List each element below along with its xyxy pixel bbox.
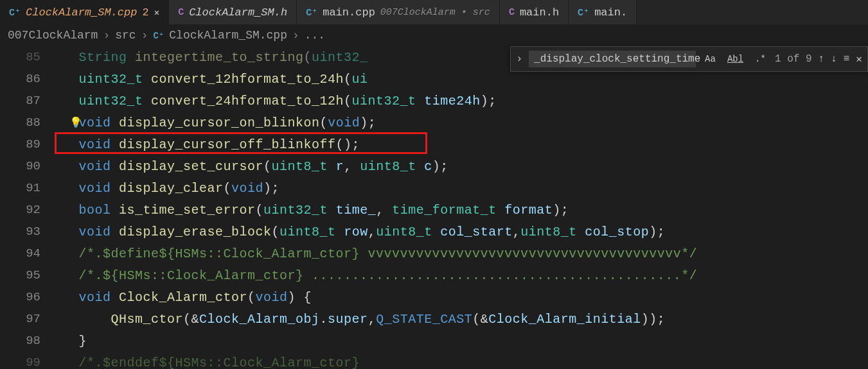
code-content[interactable]: /*.$enddef${HSMs::Clock_Alarm_ctor} <box>55 356 368 370</box>
tab-filename: main.h <box>520 6 559 19</box>
tab[interactable]: C⁺main.cpp007ClockAlarm • src <box>297 0 500 24</box>
breadcrumb: 007ClockAlarm›src›C⁺ClockAlarm_SM.cpp›..… <box>0 24 868 46</box>
tab-filename: main. <box>594 6 627 19</box>
code-line[interactable]: 96 void Clock_Alarm_ctor(void) { <box>0 286 868 308</box>
tab-description: 007ClockAlarm • src <box>380 7 490 18</box>
breadcrumb-segment[interactable]: ... <box>305 29 325 42</box>
code-content[interactable]: bool is_time_set_error(uint32_t time_, t… <box>55 203 569 218</box>
code-content[interactable]: String integertime_to_string(uint32_ <box>55 50 368 65</box>
code-content[interactable]: QHsm_ctor(&Clock_Alarm_obj.super,Q_STATE… <box>55 312 665 327</box>
code-content[interactable]: /*.${HSMs::Clock_Alarm_ctor} ...........… <box>55 268 697 283</box>
line-number: 99 <box>0 356 55 369</box>
code-line[interactable]: 93 void display_erase_block(uint8_t row,… <box>0 221 868 243</box>
line-number: 86 <box>0 72 55 86</box>
code-content[interactable]: void display_clear(void); <box>55 181 279 196</box>
line-number: 92 <box>0 203 55 217</box>
breadcrumb-segment[interactable]: src <box>115 29 136 42</box>
cpp-file-icon: C⁺ <box>153 30 164 41</box>
cpp-file-icon: C⁺ <box>578 6 589 19</box>
tab[interactable]: CClockAlarm_SM.h <box>169 0 297 24</box>
code-line[interactable]: 87 uint32_t convert_24hformat_to_12h(uin… <box>0 90 868 112</box>
breadcrumb-segment[interactable]: 007ClockAlarm <box>8 29 98 42</box>
line-number: 96 <box>0 290 55 304</box>
breadcrumb-segment[interactable]: ClockAlarm_SM.cpp <box>169 29 287 42</box>
line-number: 91 <box>0 181 55 195</box>
code-line[interactable]: 99 /*.$enddef${HSMs::Clock_Alarm_ctor} <box>0 352 868 369</box>
c-file-icon: C <box>509 7 515 18</box>
code-line[interactable]: 85 String integertime_to_string(uint32_ <box>0 46 868 68</box>
code-line[interactable]: 91 void display_clear(void); <box>0 177 868 199</box>
code-content[interactable]: void display_set_cursor(uint8_t r, uint8… <box>55 159 448 174</box>
line-number: 95 <box>0 268 55 282</box>
line-number: 85 <box>0 50 55 64</box>
chevron-right-icon: › <box>292 29 299 42</box>
chevron-right-icon: › <box>103 29 110 42</box>
code-content[interactable]: void display_cursor_off_blinkoff(); <box>55 137 360 152</box>
tab[interactable]: Cmain.h <box>500 0 569 24</box>
code-line[interactable]: 94 /*.$define${HSMs::Clock_Alarm_ctor} v… <box>0 243 868 264</box>
tab[interactable]: C⁺main. <box>569 0 637 24</box>
cpp-file-icon: C⁺ <box>9 6 21 19</box>
line-number: 94 <box>0 246 55 261</box>
code-line[interactable]: 95 /*.${HSMs::Clock_Alarm_ctor} ........… <box>0 264 868 286</box>
tab-filename: ClockAlarm_SM.h <box>189 6 287 19</box>
editor-area[interactable]: › _display_clock_setting_time Aa Abl .* … <box>0 46 868 369</box>
line-number: 88 <box>0 116 55 130</box>
code-content[interactable]: void display_erase_block(uint8_t row,uin… <box>55 225 665 239</box>
code-content[interactable]: /*.$define${HSMs::Clock_Alarm_ctor} vvvv… <box>55 246 697 261</box>
code-line[interactable]: 90 void display_set_cursor(uint8_t r, ui… <box>0 155 868 177</box>
tab-problems-badge: 2 <box>142 6 148 19</box>
chevron-right-icon: › <box>141 29 148 42</box>
code-line[interactable]: 💡88 void display_cursor_on_blinkon(void)… <box>0 112 868 133</box>
code-content[interactable]: void Clock_Alarm_ctor(void) { <box>55 290 312 305</box>
cpp-file-icon: C⁺ <box>306 6 317 19</box>
code-line[interactable]: 98 } <box>0 330 868 352</box>
code-content[interactable]: } <box>55 334 87 348</box>
line-number: 87 <box>0 94 55 108</box>
close-tab-icon[interactable]: ✕ <box>154 7 159 18</box>
tab-bar: C⁺ClockAlarm_SM.cpp2✕CClockAlarm_SM.hC⁺m… <box>0 0 868 24</box>
c-file-icon: C <box>178 7 184 18</box>
tab[interactable]: C⁺ClockAlarm_SM.cpp2✕ <box>0 0 169 24</box>
code-line[interactable]: 97 QHsm_ctor(&Clock_Alarm_obj.super,Q_ST… <box>0 308 868 330</box>
tab-filename: ClockAlarm_SM.cpp <box>26 6 137 19</box>
line-number: 97 <box>0 312 55 326</box>
line-number: 90 <box>0 159 55 173</box>
tab-filename: main.cpp <box>323 6 375 19</box>
code-line[interactable]: 92 bool is_time_set_error(uint32_t time_… <box>0 199 868 221</box>
code-content[interactable]: uint32_t convert_24hformat_to_12h(uint32… <box>55 94 497 108</box>
code-content[interactable]: void display_cursor_on_blinkon(void); <box>55 116 376 130</box>
code-content[interactable]: uint32_t convert_12hformat_to_24h(ui <box>55 72 368 87</box>
line-number: 98 <box>0 334 55 348</box>
line-number: 93 <box>0 225 55 239</box>
line-number: 89 <box>0 137 55 151</box>
lightbulb-icon[interactable]: 💡 <box>69 116 82 129</box>
code-line[interactable]: 89 void display_cursor_off_blinkoff(); <box>0 133 868 155</box>
